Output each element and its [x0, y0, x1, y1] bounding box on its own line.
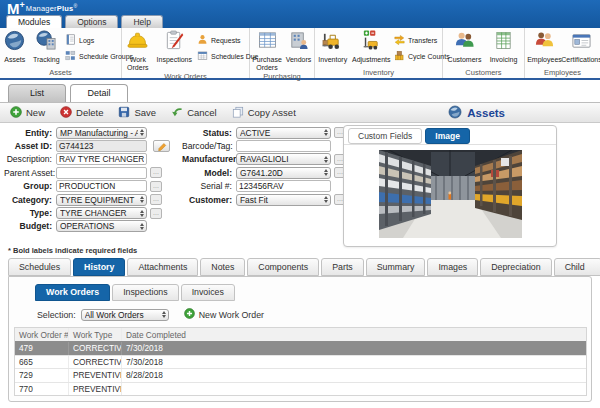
ribbon-vendors-button[interactable]: Vendors [284, 30, 314, 64]
cancel-button[interactable]: Cancel [171, 106, 217, 120]
description-field[interactable] [56, 153, 147, 165]
ribbon-purchase-orders-button[interactable]: Purchase Orders [251, 30, 284, 71]
menu-tab-bar: Modules Options Help [6, 15, 163, 28]
cell-date-completed: 7/30/2018 [122, 356, 586, 369]
parent-asset-field[interactable] [56, 167, 147, 179]
ribbon-inventory-button[interactable]: Inventory [315, 30, 351, 64]
menu-tab-modules[interactable]: Modules [6, 15, 62, 28]
tab-parts[interactable]: Parts [321, 258, 364, 276]
floppy-icon [118, 106, 130, 120]
ribbon-small-label: Logs [79, 37, 94, 44]
select-arrows-icon [140, 210, 144, 217]
ribbon-customers-button[interactable]: Customers [445, 30, 485, 64]
table-row-selected[interactable]: 479 CORRECTIVE 7/30/2018 [15, 341, 586, 355]
request-person-icon [197, 34, 208, 46]
menu-tab-options[interactable]: Options [65, 15, 118, 28]
group-lookup-button[interactable]: ... [150, 181, 162, 192]
view-tab-bar: List Detail [0, 84, 600, 103]
manufacturer-select[interactable]: RAVAGLIOLI [236, 153, 331, 165]
tab-images[interactable]: Images [427, 258, 478, 276]
customers-icon [454, 30, 475, 55]
ribbon-button-label: Adjustments [352, 56, 391, 64]
select-arrows-icon [140, 196, 144, 203]
column-header-work-order[interactable]: Work Order # [15, 328, 69, 341]
clipboard-icon [164, 30, 185, 55]
transfer-arrows-icon [394, 34, 405, 46]
delete-button[interactable]: Delete [60, 106, 103, 120]
parent-asset-lookup-button[interactable]: ... [150, 167, 162, 178]
status-select[interactable]: ACTIVE [236, 127, 331, 139]
tab-notes[interactable]: Notes [200, 258, 245, 276]
globe-icon [448, 105, 462, 121]
table-row[interactable]: 665 CORRECTIVE 7/30/2018 [15, 355, 586, 369]
new-work-order-button[interactable]: New Work Order [184, 308, 264, 321]
table-row[interactable]: 729 PREVENTIVE 8/28/2018 [15, 368, 586, 382]
tab-list[interactable]: List [8, 84, 66, 102]
ribbon-schedules-due-button[interactable]: Schedules Due [197, 50, 249, 62]
ribbon-schedule-groups-button[interactable]: Schedule Groups [65, 50, 121, 62]
type-select[interactable]: TYRE CHANGER [56, 207, 147, 219]
tab-attachments[interactable]: Attachments [127, 258, 198, 276]
cell-work-order: 479 [15, 342, 69, 355]
category-select[interactable]: TYRE EQUIPMENT [56, 194, 147, 206]
ribbon-button-label: Invoicing [490, 56, 518, 64]
asset-form-middle-column: Status: ACTIVE ... Barcode/Tag: Manufact… [182, 126, 346, 206]
ribbon-adjustments-button[interactable]: Adjustments [351, 30, 392, 64]
ribbon-logs-button[interactable]: Logs [65, 34, 121, 46]
ribbon-button-label: Purchase Orders [251, 56, 284, 71]
menu-tab-help[interactable]: Help [121, 15, 162, 28]
tab-image[interactable]: Image [425, 128, 470, 144]
column-header-date-completed[interactable]: Date Completed [122, 328, 586, 341]
entity-select[interactable]: MP Manufacturing - Arizona [56, 127, 147, 139]
ribbon-work-orders-button[interactable]: Work Orders [122, 30, 154, 71]
ribbon-group-label: Work Orders [122, 71, 249, 82]
asset-id-field[interactable] [56, 140, 147, 152]
ribbon-certifications-button[interactable]: Certifications [564, 30, 600, 64]
ribbon-assets-button[interactable]: Assets [0, 30, 30, 64]
tab-components[interactable]: Components [247, 258, 319, 276]
ribbon-group-label: Employees [525, 67, 600, 78]
tab-history[interactable]: History [73, 258, 125, 276]
table-row[interactable]: 770 PREVENTIVE [15, 382, 586, 396]
model-select[interactable]: G7641.20D [236, 167, 331, 179]
column-header-work-type[interactable]: Work Type [69, 328, 122, 341]
ribbon-transfers-button[interactable]: Transfers [394, 34, 442, 46]
tab-work-orders[interactable]: Work Orders [35, 284, 110, 301]
managerplus-logo: M+ManagerPlus® [7, 1, 77, 16]
selection-label: Selection: [37, 310, 76, 320]
ribbon-invoicing-button[interactable]: Invoicing [485, 30, 523, 64]
ribbon-requests-button[interactable]: Requests [197, 34, 249, 46]
description-label: Description: [4, 154, 56, 164]
tab-child-assets[interactable]: Child Assets [554, 258, 600, 276]
ribbon-group-assets: Assets Tracking Logs Schedule Groups Ass… [0, 28, 122, 78]
model-label: Model: [182, 168, 236, 178]
ribbon-tracking-button[interactable]: Tracking [30, 30, 63, 64]
selection-row: Selection: All Work Orders New Work Orde… [37, 308, 591, 321]
save-button[interactable]: Save [118, 106, 156, 120]
budget-select[interactable]: OPERATIONS [56, 220, 147, 232]
panel-tab-bar: Custom Fields Image [344, 126, 556, 145]
tab-custom-fields[interactable]: Custom Fields [348, 128, 422, 144]
tab-summary[interactable]: Summary [366, 258, 426, 276]
type-lookup-button[interactable]: ... [150, 208, 162, 219]
group-field[interactable] [56, 180, 147, 192]
detail-tab-bar: Schedules History Attachments Notes Comp… [8, 258, 592, 276]
ribbon-employees-button[interactable]: Employees [526, 30, 564, 64]
ribbon-inspections-button[interactable]: Inspections [154, 30, 195, 64]
serial-number-field[interactable] [236, 180, 331, 192]
copy-asset-button[interactable]: Copy Asset [232, 106, 296, 120]
tab-inspections[interactable]: Inspections [112, 284, 179, 301]
tab-depreciation[interactable]: Depreciation [480, 258, 551, 276]
tab-schedules[interactable]: Schedules [8, 258, 71, 276]
new-button[interactable]: New [10, 106, 45, 120]
ribbon-cycle-counts-button[interactable]: Cycle Counts [394, 50, 442, 62]
invoice-icon [493, 30, 514, 55]
id-card-icon [571, 30, 592, 55]
category-lookup-button[interactable]: ... [150, 194, 162, 205]
customer-select[interactable]: Fast Fit [236, 194, 331, 206]
tab-detail[interactable]: Detail [70, 84, 128, 102]
tab-invoices[interactable]: Invoices [181, 284, 235, 301]
edit-asset-id-button[interactable] [153, 140, 170, 152]
work-order-filter-select[interactable]: All Work Orders [81, 309, 169, 321]
barcode-tag-field[interactable] [236, 140, 331, 152]
